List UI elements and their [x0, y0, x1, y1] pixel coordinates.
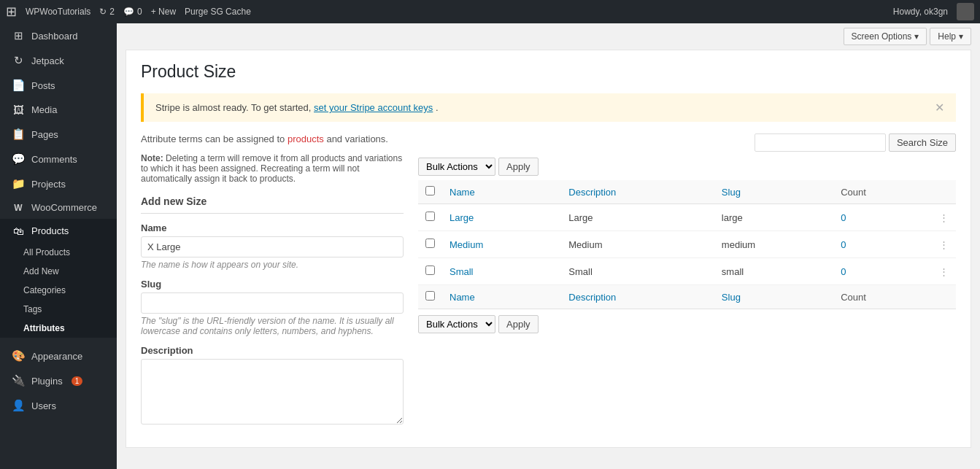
sidebar-item-comments[interactable]: 💬 Comments	[0, 147, 117, 171]
header-description[interactable]: Description	[561, 180, 714, 204]
table-row: Large Large large 0 ⋮	[418, 204, 956, 231]
row-checkbox-cell	[418, 258, 442, 285]
sidebar-submenu-all-products[interactable]: All Products	[0, 243, 117, 262]
sidebar-submenu-add-new[interactable]: Add New	[0, 262, 117, 281]
page-area: Product Size Stripe is almost ready. To …	[126, 50, 971, 448]
notice-text: Stripe is almost ready. To get started, …	[155, 102, 439, 113]
purge-cache-link[interactable]: Purge SG Cache	[185, 7, 251, 17]
description-field-group: Description	[141, 345, 404, 427]
row-name-cell: Medium	[442, 231, 561, 258]
wp-logo[interactable]: ⊞	[6, 4, 17, 20]
sidebar-item-pages[interactable]: 📋 Pages	[0, 122, 117, 147]
footer-name[interactable]: Name	[442, 285, 561, 309]
sidebar-submenu-tags[interactable]: Tags	[0, 300, 117, 319]
select-all-checkbox[interactable]	[425, 186, 435, 195]
stripe-link[interactable]: set your Stripe account keys	[314, 102, 433, 113]
row-checkbox[interactable]	[425, 265, 435, 275]
help-button[interactable]: Help ▾	[930, 28, 971, 45]
two-col-layout: Attribute terms can be assigned to produ…	[141, 133, 956, 435]
user-avatar[interactable]	[957, 3, 974, 20]
name-label: Name	[141, 222, 404, 233]
media-icon: 🖼	[11, 104, 26, 116]
row-count-cell: 0	[833, 204, 932, 231]
row-description-cell: Small	[561, 258, 714, 285]
sidebar-item-media[interactable]: 🖼 Media	[0, 98, 117, 122]
header-count: Count	[833, 180, 932, 204]
search-input[interactable]	[755, 133, 886, 152]
appearance-icon: 🎨	[11, 349, 26, 363]
sidebar-item-woocommerce[interactable]: W WooCommerce	[0, 196, 117, 219]
row-actions-cell: ⋮	[932, 258, 956, 285]
table-footer-row: Name Description Slug Count	[418, 285, 956, 309]
header-checkbox-col	[418, 180, 442, 204]
stripe-notice: Stripe is almost ready. To get started, …	[141, 93, 956, 122]
right-column: Search Size Bulk Actions Apply	[418, 133, 956, 435]
screen-options-button[interactable]: Screen Options ▾	[844, 28, 927, 45]
description-textarea[interactable]	[141, 359, 404, 425]
name-field-group: Name The name is how it appears on your …	[141, 222, 404, 270]
term-name-link[interactable]: Large	[450, 212, 474, 223]
count-link[interactable]: 0	[841, 212, 846, 223]
row-count-cell: 0	[833, 231, 932, 258]
sidebar-item-users[interactable]: 👤 Users	[0, 393, 117, 418]
chevron-down-icon-help: ▾	[959, 31, 963, 42]
row-actions-cell: ⋮	[932, 204, 956, 231]
sidebar-item-plugins[interactable]: 🔌 Plugins 1	[0, 368, 117, 393]
row-slug-cell: small	[714, 258, 833, 285]
sidebar-item-products[interactable]: 🛍 Products	[0, 219, 117, 243]
footer-count: Count	[833, 285, 932, 309]
bottom-bulk-actions-select[interactable]: Bulk Actions	[418, 315, 495, 333]
row-checkbox-cell	[418, 204, 442, 231]
term-name-link[interactable]: Medium	[450, 239, 483, 250]
notice-close-button[interactable]: ✕	[935, 101, 944, 115]
sidebar-item-appearance[interactable]: 🎨 Appearance	[0, 344, 117, 368]
header-name[interactable]: Name	[442, 180, 561, 204]
bottom-apply-button[interactable]: Apply	[498, 315, 539, 333]
row-checkbox[interactable]	[425, 239, 435, 248]
footer-actions	[932, 285, 956, 309]
site-name[interactable]: WPWooTutorials	[26, 7, 90, 17]
name-input[interactable]	[141, 236, 404, 257]
plugins-badge: 1	[72, 376, 83, 386]
plugins-icon: 🔌	[11, 374, 26, 387]
chevron-down-icon: ▾	[914, 31, 919, 42]
top-bulk-actions-select[interactable]: Bulk Actions	[418, 158, 495, 176]
row-slug-cell: large	[714, 204, 833, 231]
sidebar-item-projects[interactable]: 📁 Projects	[0, 171, 117, 196]
add-new-title: Add new Size	[141, 195, 404, 214]
row-checkbox-cell	[418, 231, 442, 258]
top-apply-button[interactable]: Apply	[498, 158, 539, 176]
count-link[interactable]: 0	[841, 239, 846, 250]
slug-input[interactable]	[141, 292, 404, 314]
sidebar-item-posts[interactable]: 📄 Posts	[0, 73, 117, 98]
search-row: Search Size	[418, 133, 956, 152]
slug-hint: The "slug" is the URL-friendly version o…	[141, 316, 404, 336]
row-count-cell: 0	[833, 258, 932, 285]
footer-slug[interactable]: Slug	[714, 285, 833, 309]
row-checkbox[interactable]	[425, 212, 435, 221]
sidebar-item-dashboard[interactable]: ⊞ Dashboard	[0, 23, 117, 48]
row-slug-cell: medium	[714, 231, 833, 258]
top-bulk-row: Bulk Actions Apply	[418, 158, 956, 176]
sidebar: ⊞ Dashboard ↻ Jetpack 📄 Posts 🖼 Media 📋 …	[0, 23, 117, 469]
term-name-link[interactable]: Small	[450, 266, 474, 277]
header-slug[interactable]: Slug	[714, 180, 833, 204]
sidebar-submenu-attributes[interactable]: Attributes	[0, 319, 117, 338]
name-hint: The name is how it appears on your site.	[141, 260, 404, 270]
main-content: Screen Options ▾ Help ▾ Product Size Str…	[117, 23, 980, 469]
comments-menu-icon: 💬	[11, 152, 26, 166]
comments-link[interactable]: 💬 0	[123, 7, 142, 17]
footer-description[interactable]: Description	[561, 285, 714, 309]
dashboard-icon: ⊞	[11, 29, 26, 42]
search-size-button[interactable]: Search Size	[889, 133, 956, 152]
updates-link[interactable]: ↻ 2	[99, 7, 115, 17]
sidebar-item-jetpack[interactable]: ↻ Jetpack	[0, 48, 117, 73]
bottom-bulk-row: Bulk Actions Apply	[418, 315, 956, 333]
sidebar-submenu-categories[interactable]: Categories	[0, 281, 117, 300]
count-link[interactable]: 0	[841, 266, 846, 277]
products-link[interactable]: products	[288, 133, 324, 144]
select-all-footer-checkbox[interactable]	[425, 291, 435, 301]
products-icon: 🛍	[11, 225, 26, 237]
new-content-link[interactable]: + New	[151, 7, 176, 17]
slug-label: Slug	[141, 279, 404, 290]
